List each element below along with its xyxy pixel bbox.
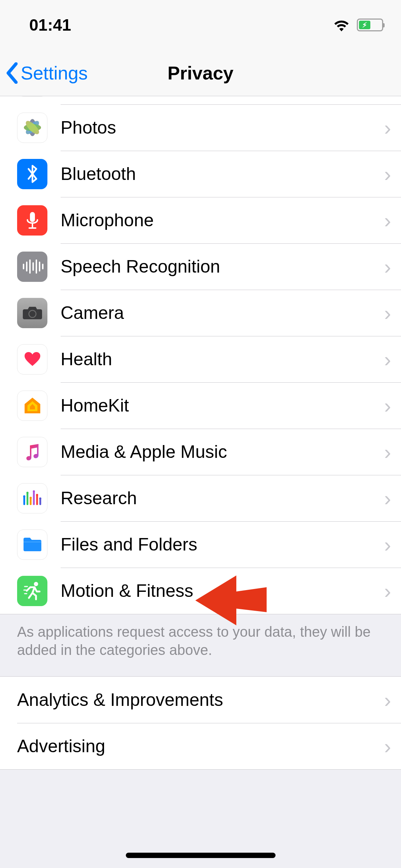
row-label: Photos [61, 117, 384, 138]
row-camera[interactable]: Camera › [0, 290, 401, 336]
home-indicator[interactable] [126, 853, 276, 858]
status-bar: 01:41 ⚡︎ [0, 0, 401, 50]
row-label: HomeKit [61, 395, 384, 416]
row-label: Research [61, 488, 384, 508]
microphone-icon [17, 205, 47, 236]
chevron-right-icon: › [384, 208, 391, 232]
chevron-right-icon: › [384, 440, 391, 464]
svg-rect-14 [30, 212, 35, 222]
bluetooth-icon [17, 159, 47, 189]
row-label: Health [61, 349, 384, 370]
svg-point-37 [34, 582, 38, 586]
back-label: Settings [21, 62, 88, 84]
photos-icon [17, 113, 47, 143]
row-speech[interactable]: Speech Recognition › [0, 243, 401, 290]
svg-point-24 [29, 310, 36, 317]
row-label: Speech Recognition [61, 256, 384, 277]
back-button[interactable]: Settings [5, 62, 88, 84]
chevron-right-icon: › [384, 301, 391, 325]
health-icon [17, 344, 47, 374]
row-research[interactable]: Research › [0, 475, 401, 521]
row-microphone[interactable]: Microphone › [0, 197, 401, 243]
chevron-right-icon: › [384, 394, 391, 418]
row-label: Files and Folders [61, 534, 384, 555]
content[interactable]: Reminders › Photos › Bluetooth › Microph… [0, 96, 401, 818]
research-icon [17, 483, 47, 513]
status-right: ⚡︎ [333, 19, 383, 31]
svg-point-36 [39, 497, 41, 500]
row-files[interactable]: Files and Folders › [0, 521, 401, 568]
svg-point-35 [36, 494, 38, 496]
chevron-left-icon [5, 62, 19, 84]
chevron-right-icon: › [384, 347, 391, 371]
row-label: Bluetooth [61, 164, 384, 184]
svg-point-32 [26, 492, 29, 494]
chevron-right-icon: › [384, 579, 391, 603]
row-label: Motion & Fitness [61, 580, 384, 601]
reminders-icon [17, 96, 47, 97]
charging-icon: ⚡︎ [362, 21, 367, 29]
row-bluetooth[interactable]: Bluetooth › [0, 151, 401, 197]
row-label: Camera [61, 303, 384, 323]
battery-icon: ⚡︎ [357, 19, 383, 31]
wifi-icon [333, 19, 350, 31]
nav-bar: Settings Privacy [0, 50, 401, 96]
row-homekit[interactable]: HomeKit › [0, 382, 401, 429]
row-label: Analytics & Improvements [17, 689, 384, 710]
row-label: Advertising [17, 736, 384, 756]
homekit-icon [17, 391, 47, 421]
folder-icon [17, 529, 47, 560]
row-media[interactable]: Media & Apple Music › [0, 429, 401, 475]
svg-point-31 [23, 495, 25, 497]
section-footer: As applications request access to your d… [0, 614, 401, 676]
chevron-right-icon: › [384, 116, 391, 140]
row-reminders[interactable]: Reminders › [0, 96, 401, 104]
row-advertising[interactable]: Advertising › [0, 723, 401, 769]
speech-icon [17, 252, 47, 282]
chevron-right-icon: › [384, 486, 391, 510]
row-analytics[interactable]: Analytics & Improvements › [0, 677, 401, 723]
motion-icon [17, 576, 47, 606]
row-health[interactable]: Health › [0, 336, 401, 382]
status-time: 01:41 [29, 15, 71, 35]
chevron-right-icon: › [384, 255, 391, 279]
chevron-right-icon: › [384, 533, 391, 557]
svg-point-33 [30, 497, 32, 499]
row-motion[interactable]: Motion & Fitness › [0, 568, 401, 614]
camera-icon [17, 298, 47, 328]
svg-point-34 [33, 490, 35, 492]
music-icon [17, 437, 47, 467]
chevron-right-icon: › [384, 688, 391, 712]
row-label: Microphone [61, 210, 384, 231]
chevron-right-icon: › [384, 162, 391, 186]
chevron-right-icon: › [384, 734, 391, 758]
row-photos[interactable]: Photos › [0, 104, 401, 151]
row-label: Media & Apple Music [61, 441, 384, 462]
